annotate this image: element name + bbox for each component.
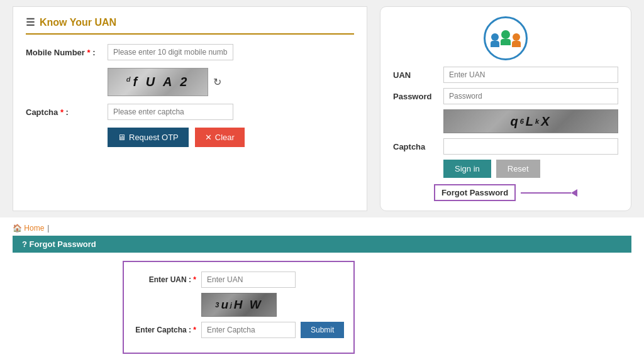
forgot-captcha-label: Enter Captcha : * [133,326,196,334]
captcha-input[interactable] [108,104,233,120]
forgot-captcha-input[interactable] [201,322,296,338]
mobile-number-row: Mobile Number * : [26,44,354,60]
person-green [501,30,511,45]
login-captcha-image: q 6L kX [443,109,618,133]
request-otp-button[interactable]: 🖥 Request OTP [108,128,189,147]
clear-button[interactable]: ✕ Clear [195,128,245,147]
reset-button[interactable]: Reset [496,160,540,178]
captcha-display-text: f U A 2 [133,75,189,89]
captcha-label: Captcha * : [26,107,108,117]
forgot-password-form: Enter UAN : * 3uj H W Enter Captcha : * … [123,261,355,354]
submit-button[interactable]: Submit [301,322,344,338]
action-buttons: 🖥 Request OTP ✕ Clear [108,128,354,147]
logo [484,16,528,60]
captcha-row: Captcha * : [26,104,354,120]
breadcrumb: 🏠 Home | [13,224,631,233]
captcha-image: d f U A 2 [108,68,208,96]
arrow-line [521,192,571,194]
forgot-section-header: ? Forgot Password [13,236,631,253]
uan-label: UAN [393,70,443,80]
login-buttons: Sign in Reset [443,160,618,178]
login-form: UAN Password q 6L kX Captcha Sign in Res… [393,67,618,201]
person-orange [512,33,521,47]
clear-icon: ✕ [205,133,212,142]
uan-row: UAN [393,67,618,83]
know-your-uan-panel: ☰ Know Your UAN Mobile Number * : d f U … [13,6,367,211]
password-label: Password [393,92,443,101]
required-star: * [87,48,93,57]
hamburger-icon: ☰ [26,16,35,28]
person-blue [491,33,499,47]
password-row: Password [393,88,618,104]
refresh-icon[interactable]: ↻ [213,76,221,88]
arrow-indicator [521,189,577,197]
login-captcha-input[interactable] [443,138,618,155]
otp-icon: 🖥 [118,133,126,142]
logo-circle [484,16,528,60]
home-link[interactable]: 🏠 Home [13,224,44,233]
bottom-section: 🏠 Home | ? Forgot Password Enter UAN : *… [0,217,644,362]
panel-header: ☰ Know Your UAN [26,16,354,35]
forgot-captcha-image: 3uj H W [201,293,277,317]
forgot-captcha-row: Enter Captcha : * Submit [133,322,344,338]
captcha-image-box: d f U A 2 ↻ [108,68,354,96]
mobile-input[interactable] [108,44,233,60]
uan-input[interactable] [443,67,618,83]
password-input[interactable] [443,88,618,104]
signin-button[interactable]: Sign in [443,160,491,178]
login-panel: UAN Password q 6L kX Captcha Sign in Res… [380,6,631,211]
mobile-label: Mobile Number * : [26,48,108,57]
login-captcha-row: Captcha [393,138,618,155]
forgot-uan-row: Enter UAN : * [133,272,344,288]
forgot-password-link[interactable]: Forgot Password [434,184,516,201]
login-captcha-label: Captcha [393,142,443,151]
forgot-uan-label: Enter UAN : * [133,275,196,284]
panel-title-text: Know Your UAN [40,17,116,28]
forgot-uan-input[interactable] [201,272,296,288]
forgot-password-row: Forgot Password [393,184,618,201]
arrow-head [571,189,577,197]
people-icon [491,30,521,47]
